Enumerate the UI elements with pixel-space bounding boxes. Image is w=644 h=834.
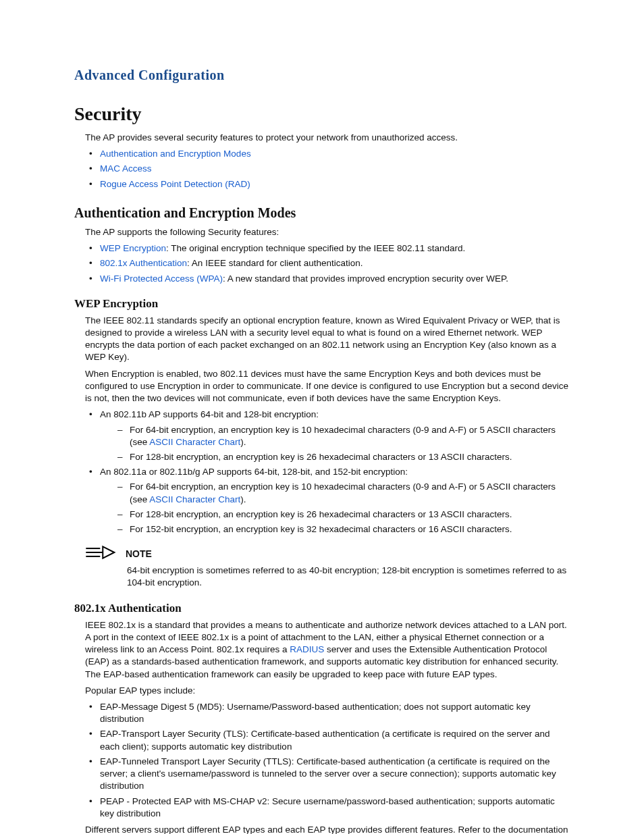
wep-b1-sublist: For 64-bit encryption, an encryption key… (115, 424, 570, 464)
running-header: Advanced Configuration (74, 68, 570, 83)
wep-paragraph-2: When Encryption is enabled, two 802.11 d… (85, 368, 570, 405)
section-title-security: Security (74, 103, 570, 125)
link-ascii-chart[interactable]: ASCII Character Chart (149, 437, 240, 447)
note-label: NOTE (126, 548, 152, 559)
list-item: EAP-Message Digest 5 (MD5): Username/Pas… (85, 701, 570, 725)
list-item: For 64-bit encryption, an encryption key… (115, 424, 570, 448)
list-item: Wi-Fi Protected Access (WPA): A new stan… (85, 273, 570, 285)
list-item: An 802.11a or 802.11b/g AP supports 64-b… (85, 466, 570, 536)
list-item: For 128-bit encryption, an encryption ke… (115, 451, 570, 463)
feature-text: : An IEEE standard for client authentica… (187, 258, 363, 268)
dot1x-paragraph-1: IEEE 802.1x is a standard that provides … (85, 619, 570, 681)
heading-8021x-auth: 802.1x Authentication (74, 602, 570, 615)
note-block: NOTE 64-bit encryption is sometimes refe… (85, 545, 570, 589)
link-ascii-chart[interactable]: ASCII Character Chart (149, 494, 240, 504)
list-item: PEAP - Protected EAP with MS-CHAP v2: Se… (85, 796, 570, 820)
dot1x-eap-list: EAP-Message Digest 5 (MD5): Username/Pas… (85, 701, 570, 820)
list-item: WEP Encryption: The original encryption … (85, 242, 570, 255)
dot1x-paragraph-2: Popular EAP types include: (85, 685, 570, 697)
text: ). (240, 494, 246, 504)
list-item: Authentication and Encryption Modes (85, 148, 570, 160)
wep-b2-sublist: For 64-bit encryption, an encryption key… (115, 481, 570, 536)
feature-text: : A new standard that provides improved … (223, 273, 508, 284)
security-intro: The AP provides several security feature… (85, 132, 570, 144)
auth-enc-features: WEP Encryption: The original encryption … (85, 242, 570, 285)
auth-enc-intro: The AP supports the following Security f… (85, 226, 570, 238)
security-top-links: Authentication and Encryption Modes MAC … (85, 148, 570, 190)
list-item: EAP-Transport Layer Security (TLS): Cert… (85, 728, 570, 752)
text: For 128-bit encryption, an encryption ke… (130, 452, 512, 462)
list-item: For 152-bit encryption, an encryption ke… (115, 523, 570, 536)
link-mac-access[interactable]: MAC Access (100, 163, 152, 174)
link-wpa[interactable]: Wi-Fi Protected Access (WPA) (100, 273, 223, 284)
wep-b1: An 802.11b AP supports 64-bit and 128-bi… (100, 409, 319, 419)
list-item: Rogue Access Point Detection (RAD) (85, 178, 570, 190)
text: ). (240, 437, 246, 447)
wep-bullet-list: An 802.11b AP supports 64-bit and 128-bi… (85, 409, 570, 536)
dot1x-paragraph-3: Different servers support different EAP … (85, 824, 570, 834)
list-item: For 64-bit encryption, an encryption key… (115, 481, 570, 505)
feature-text: : The original encryption technique spec… (166, 243, 465, 253)
link-rogue-ap-detection[interactable]: Rogue Access Point Detection (RAD) (100, 179, 250, 189)
list-item: EAP-Tunneled Transport Layer Security (T… (85, 756, 570, 793)
list-item: An 802.11b AP supports 64-bit and 128-bi… (85, 409, 570, 463)
wep-b2: An 802.11a or 802.11b/g AP supports 64-b… (100, 467, 408, 477)
link-radius[interactable]: RADIUS (290, 644, 324, 654)
text: For 128-bit encryption, an encryption ke… (130, 509, 512, 519)
link-wep-encryption[interactable]: WEP Encryption (100, 243, 166, 253)
svg-marker-3 (103, 547, 114, 558)
link-8021x-auth[interactable]: 802.1x Authentication (100, 258, 187, 268)
link-auth-enc-modes[interactable]: Authentication and Encryption Modes (100, 149, 251, 159)
text: For 152-bit encryption, an encryption ke… (130, 524, 512, 534)
heading-wep-encryption: WEP Encryption (74, 297, 570, 311)
wep-paragraph-1: The IEEE 802.11 standards specify an opt… (85, 315, 570, 364)
note-arrow-icon (85, 545, 116, 562)
list-item: For 128-bit encryption, an encryption ke… (115, 509, 570, 521)
note-body: 64-bit encryption is sometimes referred … (127, 565, 570, 589)
list-item: MAC Access (85, 163, 570, 175)
note-header: NOTE (85, 545, 570, 562)
page: Advanced Configuration Security The AP p… (0, 0, 644, 834)
heading-auth-enc-modes: Authentication and Encryption Modes (74, 205, 570, 221)
list-item: 802.1x Authentication: An IEEE standard … (85, 257, 570, 269)
